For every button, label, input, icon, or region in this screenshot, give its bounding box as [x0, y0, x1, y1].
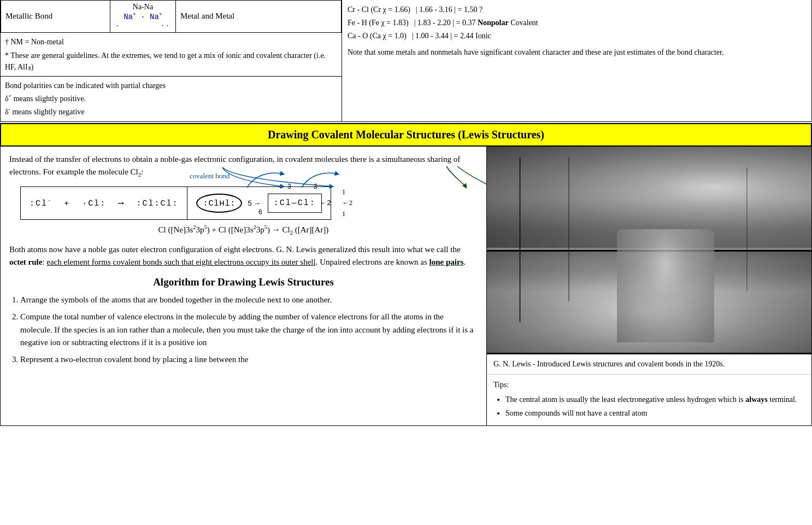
bond-polarities-title: Bond polarities can be indicated with pa…	[5, 80, 337, 92]
bond-type-cell: Metallic Bond	[1, 1, 110, 33]
en-note: Note that some metals and nonmetals have…	[348, 46, 806, 58]
tips-section: Tips: The central atom is usually the le…	[487, 375, 811, 425]
tip-1: The central atom is usually the least el…	[505, 394, 805, 405]
covalent-bond-arrow2	[299, 168, 343, 190]
content-left: Instead of the transfer of electrons to …	[1, 147, 487, 425]
algorithm-heading: Algorithm for Drawing Lewis Structures	[9, 276, 478, 288]
arrow-5: 5→	[248, 199, 262, 207]
algorithm-list: Arrange the symbols of the atoms that ar…	[9, 294, 478, 366]
cl2-product-cell: :Clʜl: 5→ :Cl—Cl: ←2 6 3 3	[196, 194, 321, 213]
na-na-label: Na-Na	[115, 3, 171, 11]
lab-equipment-2	[568, 157, 569, 301]
reaction-table: :Cl· + ·Cl: ⟶ :Cl:Cl: :Clʜl: 5→ :Cl—Cl: …	[20, 186, 331, 220]
cl-bond-structure: :Cl—Cl: ←2 6 3 3	[268, 194, 322, 213]
scientist-photo	[487, 147, 811, 354]
caption-text: G. N. Lewis - Introduced Lewis structure…	[493, 360, 725, 368]
cl2-diagram-area: covalent bond	[20, 186, 478, 220]
always-bold: always	[745, 395, 767, 404]
yellow-banner: Drawing Covalent Molecular Structures (L…	[0, 123, 812, 147]
covalent-bond-arrow	[244, 168, 288, 190]
bond-table: Metallic Bond Na-Na Na+ · Na+ · ·· Metal…	[1, 0, 342, 33]
fe-formula: Fe - H (Fe χ = 1.83)	[348, 16, 409, 30]
lone-pairs-underline: lone pairs	[429, 258, 464, 266]
delta-minus: δ- means slightly negative	[5, 105, 337, 118]
num-1-bot: 1	[342, 209, 353, 218]
en-examples: Cr - Cl (Cr χ = 1.66) | 1.66 - 3.16 | = …	[348, 3, 806, 42]
covalent-bond-label: covalent bond	[190, 172, 230, 180]
cl2-product: :Clʜl: 5→ :Cl—Cl: ←2 6 3 3	[187, 186, 331, 219]
banner-text: Drawing Covalent Molecular Structures (L…	[268, 129, 544, 141]
bond-example-cell: Na-Na Na+ · Na+ · ··	[110, 1, 176, 33]
intro-text: Instead of the transfer of electrons to …	[9, 153, 478, 180]
fe-calc: | 1.83 - 2.20 | = 0.37 Nonpolar Covalent	[414, 16, 538, 30]
bond-description-cell: Metal and Metal	[176, 1, 342, 33]
cr-calc: | 1.66 - 3.16 | = 1.50 ?	[416, 3, 483, 16]
num-annotation-3b: 3	[287, 183, 292, 191]
lab-equipment-3	[746, 167, 748, 291]
metallic-bond-row: Metallic Bond Na-Na Na+ · Na+ · ·· Metal…	[1, 1, 342, 33]
lewis-text: Both atoms now have a noble gas outer el…	[9, 243, 478, 269]
person-shape	[617, 229, 714, 342]
footnote-nm: † NM = Non-metal	[5, 36, 337, 48]
ca-calc: | 1.00 - 3.44 | = 2.44 Ionic	[412, 30, 491, 43]
content-right: G. N. Lewis - Introduced Lewis structure…	[487, 147, 811, 425]
algorithm-step-3: Represent a two-electron covalent bond b…	[20, 353, 478, 366]
cl2-diagram-row: :Cl· + ·Cl: ⟶ :Cl:Cl: :Clʜl: 5→ :Cl—Cl: …	[20, 186, 478, 220]
arrow-2-right: ←2	[321, 199, 332, 207]
main-content: Instead of the transfer of electrons to …	[0, 147, 812, 426]
photo-caption: G. N. Lewis - Introduced Lewis structure…	[487, 354, 811, 375]
footnotes: † NM = Non-metal * These are general gui…	[1, 33, 342, 76]
en-row-cr: Cr - Cl (Cr χ = 1.66) | 1.66 - 3.16 | = …	[348, 3, 806, 16]
covalent-bond-annotation: covalent bond	[190, 171, 230, 180]
top-left-panel: Metallic Bond Na-Na Na+ · Na+ · ·· Metal…	[1, 0, 342, 121]
en-row-fe: Fe - H (Fe χ = 1.83) | 1.83 - 2.20 | = 0…	[348, 16, 806, 30]
delta-plus: δ+ means slightly positive.	[5, 92, 337, 105]
en-row-ca: Ca - O (Ca χ = 1.0) | 1.00 - 3.44 | = 2.…	[348, 30, 806, 43]
na-dots-diagram: Na+ · Na+ · ··	[115, 11, 171, 30]
tip-2: Some compounds will not have a central a…	[505, 407, 805, 419]
reaction-row: :Cl· + ·Cl: ⟶ :Cl:Cl: :Clʜl: 5→ :Cl—Cl: …	[21, 186, 331, 219]
number-annotations: 1 ←2 1	[342, 188, 353, 218]
bond-polarities: Bond polarities can be indicated with pa…	[1, 76, 342, 121]
octet-rule-underline: each element forms covalent bonds such t…	[46, 258, 315, 266]
nonpolar-label: Nonpolar	[478, 19, 509, 27]
cr-formula: Cr - Cl (Cr χ = 1.66)	[348, 3, 410, 16]
octet-rule-bold: octet rule	[9, 258, 42, 266]
ca-formula: Ca - O (Ca χ = 1.0)	[348, 30, 407, 43]
top-right-panel: Cr - Cl (Cr χ = 1.66) | 1.66 - 3.16 | = …	[342, 0, 811, 121]
cl2-circle-diagram: :Clʜl:	[196, 194, 242, 213]
algorithm-step-1: Arrange the symbols of the atoms that ar…	[20, 294, 478, 306]
lone-pairs-bold: lone pairs	[429, 258, 464, 266]
num-annotation-6: 6	[258, 209, 263, 217]
footnote-guidelines: * These are general guidelines. At the e…	[5, 50, 337, 73]
tips-title: Tips:	[493, 379, 805, 390]
cl-atoms-reactants: :Cl· + ·Cl: ⟶ :Cl:Cl:	[21, 186, 187, 219]
num-1-top: 1	[342, 188, 353, 196]
num-2-mid: ←2	[342, 199, 353, 207]
electron-equation: Cl ([Ne]3s23p5) + Cl ([Ne]3s23p5) → Cl2 …	[9, 224, 478, 236]
top-section: Metallic Bond Na-Na Na+ · Na+ · ·· Metal…	[0, 0, 812, 122]
algorithm-step-2: Compute the total number of valence elec…	[20, 311, 478, 349]
tips-list: The central atom is usually the least el…	[493, 394, 805, 419]
lab-equipment-1	[519, 157, 521, 322]
